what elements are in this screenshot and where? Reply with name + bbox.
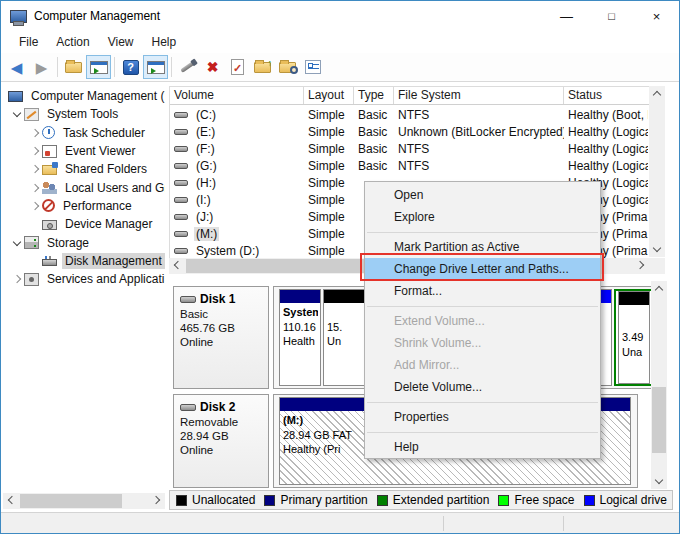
chevron-right-icon[interactable] xyxy=(29,182,42,194)
context-menu: Open Explore Mark Partition as Active Ch… xyxy=(364,181,601,459)
delete-button[interactable]: ✖ xyxy=(200,55,225,79)
show-console-tree-button[interactable] xyxy=(86,55,111,79)
menu-item-properties[interactable]: Properties xyxy=(365,406,600,428)
maximize-icon: □ xyxy=(608,11,615,22)
tree-item-services-applications[interactable]: Services and Applicati xyxy=(3,270,165,288)
chevron-placeholder xyxy=(29,218,42,230)
users-icon xyxy=(42,181,57,194)
column-header-type[interactable]: Type xyxy=(354,87,394,104)
disk-management-icon xyxy=(42,259,57,266)
maximize-button[interactable]: □ xyxy=(589,1,634,31)
tree-item-local-users-groups[interactable]: Local Users and Gr xyxy=(3,178,165,196)
legend-item-free-space: Free space xyxy=(498,493,574,507)
disk1-extended-unallocated[interactable]: 3.49 Una xyxy=(618,291,650,384)
disk-tool-button[interactable] xyxy=(175,55,200,79)
chevron-right-icon[interactable] xyxy=(29,163,42,175)
scroll-thumb[interactable] xyxy=(20,494,122,508)
computer-management-window: Computer Management — □ × File Action Vi… xyxy=(0,0,680,534)
console-tree: Computer Management ( System Tools Task … xyxy=(3,87,165,511)
volume-icon xyxy=(174,129,188,135)
menu-item-format[interactable]: Format... xyxy=(365,280,600,302)
column-header-layout[interactable]: Layout xyxy=(304,87,354,104)
commit-changes-button[interactable] xyxy=(225,55,250,79)
disk2-info-panel[interactable]: Disk 2 Removable 28.94 GB Online xyxy=(173,394,269,488)
chevron-down-icon[interactable] xyxy=(11,108,24,120)
chevron-down-icon[interactable] xyxy=(11,237,24,249)
up-folder-button[interactable] xyxy=(61,55,86,79)
menu-separator xyxy=(367,232,598,233)
explore-folder-button[interactable] xyxy=(275,55,300,79)
menu-action[interactable]: Action xyxy=(47,32,98,53)
chevron-right-icon[interactable] xyxy=(29,127,42,139)
scroll-left-arrow[interactable] xyxy=(169,258,185,274)
tree-item-performance[interactable]: Performance xyxy=(3,197,165,215)
chevron-right-icon[interactable] xyxy=(11,273,24,285)
volume-icon xyxy=(174,146,188,152)
disk1-partition-system[interactable]: System 110.16 Health xyxy=(279,289,321,386)
back-button[interactable]: ◀ xyxy=(4,55,29,79)
menu-view[interactable]: View xyxy=(99,32,143,53)
folder-up-icon: ↑ xyxy=(254,62,271,73)
volume-icon xyxy=(174,180,188,186)
tree-item-disk-management[interactable]: Disk Management xyxy=(3,252,165,270)
tree-item-task-scheduler[interactable]: Task Scheduler xyxy=(3,124,165,142)
volume-list-header: Volume Layout Type File System Status xyxy=(170,87,665,105)
document-check-icon xyxy=(231,59,244,75)
scroll-up-arrow[interactable] xyxy=(649,86,665,102)
toolbar: ◀ ▶ ? ✖ ↑ xyxy=(1,53,679,82)
legend-item-unallocated: Unallocated xyxy=(176,493,255,507)
tree-horizontal-scrollbar[interactable] xyxy=(3,493,165,509)
tree-item-event-viewer[interactable]: Event Viewer xyxy=(3,142,165,160)
show-action-pane-button[interactable] xyxy=(143,55,168,79)
tools-icon xyxy=(24,108,39,121)
menu-item-help[interactable]: Help xyxy=(365,436,600,458)
close-button[interactable]: × xyxy=(634,1,679,31)
storage-icon xyxy=(24,236,39,249)
volume-icon xyxy=(174,248,188,254)
disk1-info-panel[interactable]: Disk 1 Basic 465.76 GB Online xyxy=(173,286,269,389)
chevron-right-icon[interactable] xyxy=(29,200,42,212)
scroll-up-arrow[interactable] xyxy=(651,281,667,297)
forward-button[interactable]: ▶ xyxy=(29,55,54,79)
menu-item-explore[interactable]: Explore xyxy=(365,206,600,228)
menu-file[interactable]: File xyxy=(10,32,47,53)
column-header-status[interactable]: Status xyxy=(564,87,648,104)
status-bar xyxy=(1,512,679,534)
legend-item-primary-partition: Primary partition xyxy=(264,493,367,507)
minimize-button[interactable]: — xyxy=(544,1,589,31)
table-row-e[interactable]: (E:) Simple Basic Unknown (BitLocker Enc… xyxy=(170,123,648,140)
scroll-down-arrow[interactable] xyxy=(651,473,667,489)
table-row-g[interactable]: (G:) Simple Basic NTFS Healthy (Logica xyxy=(170,157,648,174)
tree-item-shared-folders[interactable]: Shared Folders xyxy=(3,160,165,178)
tree-item-device-manager[interactable]: Device Manager xyxy=(3,215,165,233)
menu-item-extend-volume: Extend Volume... xyxy=(365,310,600,332)
open-folder-button[interactable]: ↑ xyxy=(250,55,275,79)
free-space-swatch xyxy=(498,495,509,506)
scroll-right-arrow[interactable] xyxy=(633,258,649,274)
tree-item-system-tools[interactable]: System Tools xyxy=(3,105,165,123)
column-header-file-system[interactable]: File System xyxy=(394,87,564,104)
scroll-right-arrow[interactable] xyxy=(149,493,165,509)
table-row-f[interactable]: (F:) Simple Basic NTFS Healthy (Logica xyxy=(170,140,648,157)
screwdriver-icon xyxy=(180,61,195,73)
column-header-volume[interactable]: Volume xyxy=(170,87,304,104)
menu-item-delete-volume[interactable]: Delete Volume... xyxy=(365,376,600,398)
tree-item-storage[interactable]: Storage xyxy=(3,233,165,251)
scroll-down-arrow[interactable] xyxy=(649,241,665,257)
disk-pane-vertical-scrollbar[interactable] xyxy=(651,281,667,489)
scroll-thumb[interactable] xyxy=(652,387,666,453)
menu-item-open[interactable]: Open xyxy=(365,184,600,206)
table-row-c[interactable]: (C:) Simple Basic NTFS Healthy (Boot, P xyxy=(170,106,648,123)
properties-list-button[interactable] xyxy=(300,55,325,79)
volume-icon xyxy=(174,112,188,118)
menu-help[interactable]: Help xyxy=(143,32,186,53)
volume-list-vertical-scrollbar[interactable] xyxy=(649,86,665,257)
tree-item-computer-management[interactable]: Computer Management ( xyxy=(3,87,165,105)
disk-icon xyxy=(180,296,196,303)
chevron-right-icon[interactable] xyxy=(29,145,42,157)
window-controls: — □ × xyxy=(544,1,679,31)
help-button[interactable]: ? xyxy=(118,55,143,79)
scroll-left-arrow[interactable] xyxy=(3,493,19,509)
computer-icon xyxy=(8,91,23,102)
title-bar: Computer Management — □ × xyxy=(1,1,679,31)
